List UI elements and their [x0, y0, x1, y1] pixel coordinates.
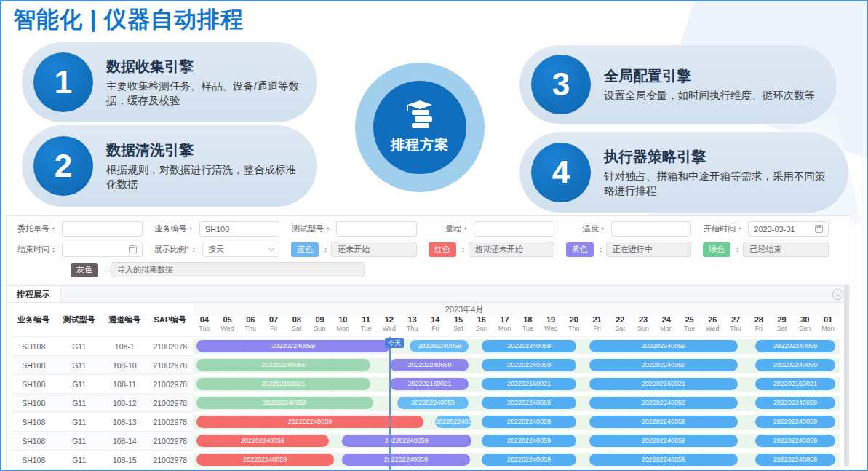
gantt-bar[interactable]: 202202240059 — [755, 359, 835, 371]
display-scale-select[interactable]: 按天 — [202, 242, 279, 257]
day-column-header: 27Thu — [724, 315, 747, 336]
gantt-bar[interactable]: 202202240059 — [589, 454, 738, 466]
table-row[interactable]: SH108G11108-1121002978 — [11, 375, 193, 394]
gantt-bar[interactable]: 202202240059 — [196, 454, 334, 466]
gantt-bar[interactable]: 202202160021 — [390, 378, 469, 390]
gantt-bar[interactable]: 202202240059 — [342, 435, 471, 447]
legend-chip-gray: 灰色 — [71, 263, 98, 277]
gantt-row: 2022022400592022022400592022022400592022… — [193, 394, 840, 413]
step-3-desc: 设置全局变量，如时间执行维度、循环次数等 — [604, 89, 815, 103]
table-row[interactable]: SH108G11108-1221002978 — [11, 394, 193, 413]
table-cell: G11 — [57, 380, 103, 389]
gantt-bar[interactable]: 202202240059 — [482, 435, 576, 447]
legend-value-green: 已经结束 — [743, 242, 829, 257]
gantt-bar[interactable]: 202202240059 — [342, 454, 470, 466]
gantt-bar[interactable]: 202202240059 — [410, 340, 469, 352]
gantt-bar[interactable]: 202202240059 — [755, 340, 835, 352]
table-row[interactable]: SH108G11108-1321002978 — [11, 413, 193, 432]
legend-value-purple: 正在进行中 — [606, 242, 692, 257]
tab-schedule-display[interactable]: 排程展示 — [7, 286, 61, 302]
center-badge: 排程方案 — [355, 63, 485, 192]
business-no-input[interactable]: SH108 — [199, 221, 280, 237]
gantt-bar[interactable]: 202202240059 — [482, 416, 576, 428]
gantt-bar[interactable]: 202202160021 — [589, 378, 738, 390]
step-2-card: 2 数据清洗引擎 根据规则，对数据进行清洗，整合成标准化数据 — [22, 125, 317, 207]
gantt-bar[interactable]: 202202240059 — [435, 416, 471, 428]
day-column-header: 30Sun — [794, 315, 817, 336]
gantt-bar[interactable]: 202202240059 — [482, 397, 576, 409]
test-model-input[interactable] — [336, 221, 417, 237]
step-1-title: 数据收集引擎 — [106, 57, 300, 76]
gantt-left-table: 业务编号 测试型号 通道编号 SAP编号 SH108G11108-1210029… — [11, 303, 193, 470]
table-cell: G11 — [57, 342, 103, 351]
order-no-input[interactable] — [62, 221, 143, 237]
month-header: 2023年4月 — [193, 303, 840, 315]
step-3-card: 3 全局配置引擎 设置全局变量，如时间执行维度、循环次数等 — [519, 45, 837, 124]
step-3-number: 3 — [531, 55, 591, 114]
filter-label-start-time: 开始时间： — [703, 223, 744, 234]
gantt-bar[interactable]: 202202240059 — [196, 340, 391, 352]
chevron-down-icon — [268, 245, 274, 251]
end-time-date-input[interactable] — [62, 242, 143, 257]
vertical-scrollbar[interactable] — [844, 285, 849, 467]
gantt-bar[interactable]: 202202240059 — [196, 359, 371, 371]
gantt-bar[interactable]: 202202160021 — [755, 378, 835, 390]
gantt-bar[interactable]: 202202240059 — [482, 340, 576, 352]
legend-chip-blue: 蓝色 — [291, 242, 319, 257]
gantt-bar[interactable]: 202202240059 — [589, 416, 738, 428]
gantt-row: 2022022400592022022400592022022400592022… — [193, 356, 840, 375]
table-row[interactable]: SH108G11108-121002978 — [11, 337, 193, 356]
gantt-bar[interactable]: 202202240059 — [390, 359, 469, 371]
table-row[interactable]: SH108G11108-1421002978 — [11, 432, 193, 451]
gantt-row: 2022022400592022022400592022022400592022… — [193, 413, 840, 432]
filter-label-display-scale: 展示比例*： — [154, 244, 198, 255]
required-asterisk: * — [186, 245, 189, 253]
gantt-bar[interactable]: 202202240059 — [482, 359, 576, 371]
gantt-bar[interactable]: 202202240059 — [755, 416, 835, 428]
gantt-bar[interactable]: 202202240059 — [755, 397, 835, 409]
filter-label-temperature: 温度： — [566, 223, 607, 234]
calendar-icon[interactable] — [815, 225, 823, 233]
gantt-bar[interactable]: 202202240059 — [755, 435, 835, 447]
gantt-bar[interactable]: 202202240059 — [589, 359, 738, 371]
gantt-row: 2022021600212022021600212022021600212022… — [193, 375, 840, 394]
gantt-bar[interactable]: 202202240059 — [196, 397, 373, 409]
table-cell: SH108 — [11, 399, 57, 408]
temperature-input[interactable] — [611, 221, 692, 237]
gantt-bar[interactable]: 202202240059 — [482, 454, 576, 466]
day-column-header: 22Sat — [609, 315, 632, 336]
gantt-bar[interactable]: 202202240059 — [589, 340, 738, 352]
gantt-bar[interactable]: 202202160021 — [482, 378, 576, 390]
today-marker: 今天 — [385, 338, 404, 348]
day-column-header: 20Thu — [562, 315, 586, 336]
table-cell: 21002978 — [148, 380, 194, 389]
legend-chip-red: 红色 — [429, 242, 456, 257]
table-cell: 108-10 — [102, 361, 148, 370]
day-column-header: 06Thu — [239, 315, 263, 336]
day-column-header: 18Tue — [517, 315, 540, 336]
today-line — [389, 337, 391, 470]
gantt-row: 2022022400592022022400592022022400592022… — [193, 337, 840, 356]
page-title: 智能化 | 仪器自动排程 — [13, 4, 244, 35]
range-input[interactable] — [474, 221, 554, 237]
day-column-header: 21Fri — [586, 315, 609, 336]
column-header: 通道编号 — [102, 314, 148, 325]
column-header: 业务编号 — [11, 314, 57, 325]
table-cell: G11 — [57, 399, 103, 408]
gantt-bar[interactable]: 202202240059 — [397, 397, 469, 409]
gantt-bar[interactable]: 202202240059 — [755, 454, 835, 466]
table-row[interactable]: SH108G11108-1521002978 — [11, 451, 193, 470]
filter-label-range: 量程： — [429, 223, 469, 234]
table-cell: 108-11 — [102, 380, 148, 389]
table-cell: 108-1 — [102, 342, 148, 351]
collapse-panel-icon[interactable] — [832, 289, 843, 300]
table-row[interactable]: SH108G11108-1021002978 — [11, 356, 193, 375]
calendar-icon[interactable] — [129, 245, 137, 253]
start-time-date-input[interactable]: 2023-03-31 — [748, 221, 829, 237]
gantt-bar[interactable]: 202202240059 — [196, 435, 330, 447]
step-1-number: 1 — [33, 52, 93, 112]
gantt-bar[interactable]: 202202160021 — [196, 378, 371, 390]
gantt-bar[interactable]: 202202240059 — [589, 435, 738, 447]
table-cell: 108-13 — [102, 418, 148, 427]
gantt-bar[interactable]: 202202240059 — [589, 397, 738, 409]
